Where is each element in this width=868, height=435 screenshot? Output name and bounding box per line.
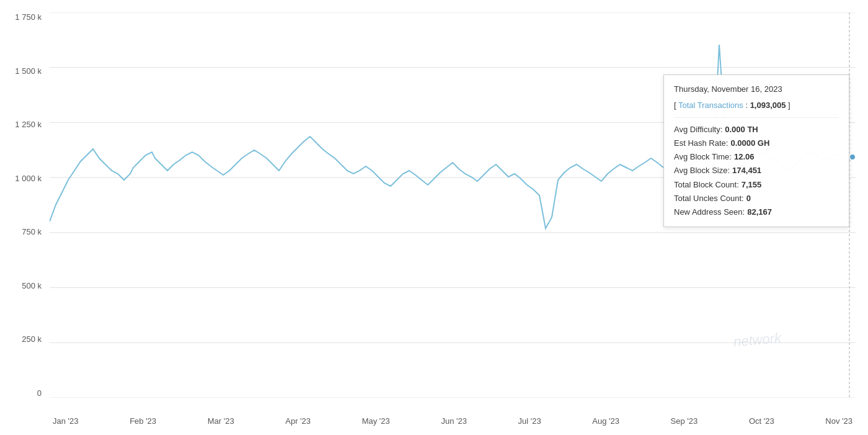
- tooltip-row-blocktime: Avg Block Time: 12.06: [674, 150, 839, 164]
- y-label-500k: 500 k: [22, 281, 42, 290]
- tooltip-row-uncles: Total Uncles Count: 0: [674, 192, 839, 205]
- y-axis: 1 750 k 1 500 k 1 250 k 1 000 k 750 k 50…: [0, 12, 46, 398]
- avg-block-size-label: Avg Block Size:: [674, 164, 730, 177]
- total-block-count-label: Total Block Count:: [674, 178, 739, 192]
- total-tx-value: 1,093,005: [750, 101, 786, 110]
- new-address-label: New Address Seen:: [674, 205, 745, 219]
- avg-difficulty-label: Avg Difficulty:: [674, 123, 722, 137]
- total-tx-label: Total Transactions: [678, 101, 743, 110]
- y-label-1750k: 1 750 k: [15, 12, 42, 22]
- colon-separator: :: [743, 101, 750, 110]
- tooltip-total-tx: [ Total Transactions : 1,093,005 ]: [674, 99, 839, 112]
- y-label-750k: 750 k: [22, 227, 42, 236]
- x-label-mar: Mar '23: [208, 416, 234, 426]
- tooltip-date: Thursday, November 16, 2023: [674, 83, 839, 96]
- avg-block-time-value: 12.06: [734, 150, 755, 164]
- est-hash-rate-label: Est Hash Rate:: [674, 137, 728, 150]
- bracket-open: [: [674, 101, 678, 110]
- avg-block-size-value: 174,451: [732, 164, 761, 177]
- bracket-close: ]: [786, 101, 790, 110]
- y-label-1250k: 1 250 k: [15, 120, 42, 129]
- tooltip-divider: [674, 117, 839, 118]
- y-label-250k: 250 k: [22, 334, 42, 344]
- tooltip-row-blockcount: Total Block Count: 7,155: [674, 178, 839, 192]
- y-label-0: 0: [37, 388, 42, 398]
- est-hash-rate-value: 0.0000 GH: [730, 137, 769, 150]
- x-label-apr: Apr '23: [285, 416, 311, 426]
- y-label-1000k: 1 000 k: [15, 174, 42, 183]
- y-label-1500k: 1 500 k: [15, 66, 42, 76]
- x-axis: Jan '23 Feb '23 Mar '23 Apr '23 May '23 …: [50, 416, 856, 426]
- total-uncles-label: Total Uncles Count:: [674, 192, 744, 205]
- svg-point-9: [849, 154, 856, 160]
- tooltip-row-newaddress: New Address Seen: 82,167: [674, 205, 839, 219]
- tooltip-row-hashrate: Est Hash Rate: 0.0000 GH: [674, 137, 839, 150]
- tooltip: Thursday, November 16, 2023 [ Total Tran…: [663, 74, 849, 227]
- x-label-jun: Jun '23: [441, 416, 467, 426]
- avg-block-time-label: Avg Block Time:: [674, 150, 732, 164]
- tooltip-row-difficulty: Avg Difficulty: 0.000 TH: [674, 123, 839, 137]
- total-uncles-value: 0: [746, 192, 751, 205]
- x-label-aug: Aug '23: [592, 416, 619, 426]
- x-label-nov: Nov '23: [825, 416, 852, 426]
- x-label-feb: Feb '23: [130, 416, 156, 426]
- x-label-may: May '23: [362, 416, 390, 426]
- x-label-oct: Oct '23: [749, 416, 774, 426]
- x-label-sep: Sep '23: [671, 416, 698, 426]
- tooltip-row-blocksize: Avg Block Size: 174,451: [674, 164, 839, 177]
- x-label-jan: Jan '23: [53, 416, 79, 426]
- chart-container: 1 750 k 1 500 k 1 250 k 1 000 k 750 k 50…: [0, 0, 868, 435]
- avg-difficulty-value: 0.000 TH: [725, 123, 758, 137]
- x-label-jul: Jul '23: [518, 416, 541, 426]
- total-block-count-value: 7,155: [742, 178, 762, 192]
- new-address-value: 82,167: [747, 205, 772, 219]
